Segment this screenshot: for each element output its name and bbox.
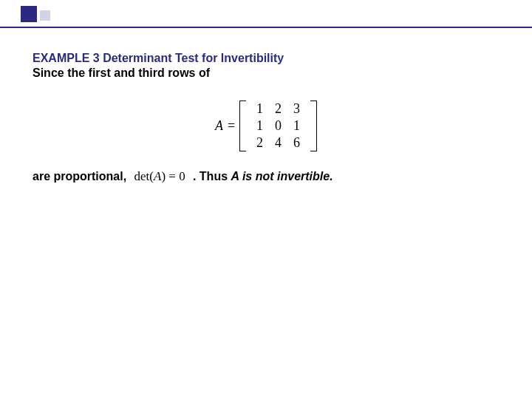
matrix-cell: 6 [287,134,306,151]
intro-line: Since the first and third rows of [33,66,499,80]
accent-square-small [40,10,50,21]
matrix-table: 1 2 3 1 0 1 2 4 6 [250,100,306,151]
accent-square-large [21,6,37,22]
matrix-row: 1 2 3 [250,100,306,117]
conclusion-line: are proportional, det(A) = 0 . Thus A is… [33,169,499,184]
det-var: A [154,169,161,183]
conclusion-thus: . Thus [193,170,231,183]
det-eq: = [166,169,179,183]
slide-content: EXAMPLE 3 Determinant Test for Invertibi… [0,28,532,184]
matrix-cell: 1 [250,100,269,117]
matrix-lhs-var: A [215,118,223,134]
conclusion-tail: A is not invertible. [231,170,333,183]
matrix-row: 1 0 1 [250,117,306,134]
matrix-equals: = [228,118,235,134]
matrix-block: A = 1 2 3 1 0 1 2 4 6 [33,100,499,151]
det-zero: 0 [179,169,185,183]
matrix-right-bracket [310,100,317,151]
matrix-left-bracket [239,100,246,151]
matrix-cell: 3 [287,100,306,117]
det-word: det [134,169,150,183]
matrix-cell: 2 [269,100,287,117]
matrix-cell: 1 [250,117,269,134]
top-accent-bar [0,0,532,28]
matrix-cell: 2 [250,134,269,151]
matrix-cell: 4 [269,134,287,151]
det-expression: det(A) = 0 [130,169,193,183]
matrix-cell: 0 [269,117,287,134]
example-heading: EXAMPLE 3 Determinant Test for Invertibi… [33,52,499,65]
matrix-cell: 1 [287,117,306,134]
conclusion-pre: are proportional, [33,170,130,183]
matrix-row: 2 4 6 [250,134,306,151]
